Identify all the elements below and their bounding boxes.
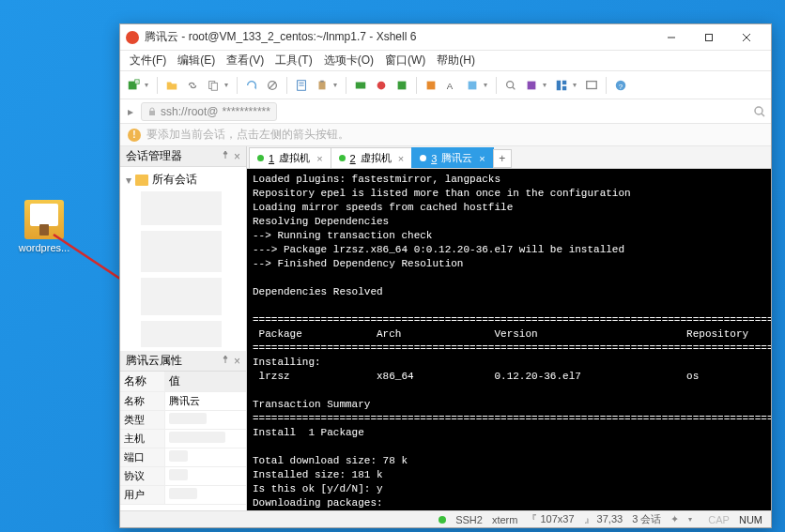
panel-close-icon[interactable]: × [234, 355, 240, 368]
tab-num: 3 [431, 153, 437, 164]
svg-text:+: + [136, 79, 139, 84]
transfer-icon[interactable] [351, 76, 370, 95]
minimize-button[interactable] [653, 26, 690, 49]
hint-bar: ! 要添加当前会话，点击左侧的箭头按钮。 [120, 124, 771, 146]
terminal[interactable]: Loaded plugins: fastestmirror, langpacks… [247, 169, 771, 510]
paste-icon[interactable] [313, 76, 331, 95]
highlight-icon[interactable] [422, 76, 440, 95]
session-panel-title: 会话管理器 [126, 148, 182, 164]
font-icon[interactable]: A [442, 76, 461, 95]
search-icon[interactable] [752, 104, 767, 119]
tab-close-icon[interactable]: × [316, 153, 322, 164]
app-icon [126, 31, 139, 44]
menu-file[interactable]: 文件(F) [124, 51, 172, 70]
status-term: xterm [492, 514, 518, 525]
status-caps: CAPNUM [705, 514, 765, 525]
tab-vm2[interactable]: 2 虚拟机× [331, 147, 413, 168]
reconnect-icon[interactable] [242, 76, 261, 95]
col-value: 值 [165, 372, 246, 391]
prop-key: 端口 [120, 448, 165, 466]
color-icon[interactable] [463, 76, 482, 95]
status-dot-icon [339, 155, 346, 161]
tree-item-redacted[interactable] [141, 191, 222, 225]
svg-line-12 [269, 82, 276, 88]
script-icon[interactable] [522, 76, 541, 95]
hint-text: 要添加当前会话，点击左侧的箭头按钮。 [146, 127, 349, 143]
menu-view[interactable]: 查看(V) [221, 51, 269, 70]
status-size: 107x37 [540, 513, 574, 524]
new-session-icon[interactable]: + [124, 76, 143, 95]
fullscreen-icon[interactable] [582, 76, 601, 95]
pin-icon[interactable] [221, 150, 230, 160]
desktop-icon-wordpress[interactable]: wordpres... [16, 200, 72, 253]
svg-point-24 [507, 81, 514, 87]
dropdown-icon[interactable]: ▾ [224, 81, 232, 89]
svg-rect-16 [319, 81, 326, 89]
tab-close-icon[interactable]: × [398, 153, 404, 164]
svg-text:A: A [447, 80, 454, 90]
svg-rect-33 [149, 111, 155, 115]
prop-key: 用户 [120, 486, 165, 504]
menu-tools[interactable]: 工具(T) [269, 51, 317, 70]
dropdown-icon[interactable]: ▾ [333, 81, 341, 89]
properties-panel: 腾讯云属性 × 名称 值 名称腾讯云 类型 主机 端口 协议 用户 [120, 351, 246, 510]
menubar: 文件(F) 编辑(E) 查看(V) 工具(T) 选项卡(O) 窗口(W) 帮助(… [120, 51, 771, 71]
prop-value [165, 430, 246, 448]
dropdown-icon[interactable]: ▾ [573, 81, 580, 89]
back-icon[interactable]: ▸ [124, 105, 137, 118]
pin-icon[interactable] [221, 355, 230, 364]
dropdown-icon[interactable]: ▾ [484, 81, 491, 89]
find-icon[interactable] [501, 76, 520, 95]
menu-edit[interactable]: 编辑(E) [172, 51, 221, 70]
menu-window[interactable]: 窗口(W) [379, 51, 431, 70]
lock-icon [147, 107, 157, 116]
folder-icon [135, 175, 148, 186]
svg-rect-29 [562, 85, 566, 89]
menu-help[interactable]: 帮助(H) [431, 51, 481, 70]
tab-vm1[interactable]: 1 虚拟机× [249, 147, 331, 168]
close-button[interactable] [728, 26, 765, 49]
address-proto: ssh://root@ [161, 105, 219, 118]
status-cursor: 37,33 [597, 513, 623, 524]
session-tree[interactable]: ▾ 所有会话 腾讯云 [120, 167, 246, 351]
panel-close-icon[interactable]: × [234, 150, 240, 163]
address-chip[interactable]: ssh://root@*********** [141, 102, 277, 121]
tab-tencent[interactable]: 3 腾讯云× [411, 147, 494, 168]
properties-icon[interactable] [292, 76, 311, 95]
tree-root[interactable]: ▾ 所有会话 [124, 171, 242, 189]
svg-rect-17 [320, 80, 324, 82]
tree-item-redacted[interactable] [141, 278, 222, 315]
status-bar: SSH2 xterm 『 107x37 』 37,33 3 会话 ✦▾ CAPN… [120, 510, 771, 527]
svg-point-19 [377, 81, 386, 89]
prop-key: 主机 [120, 430, 165, 448]
archive-icon [24, 200, 64, 239]
dropdown-icon[interactable]: ▾ [543, 81, 550, 89]
svg-rect-23 [469, 81, 477, 89]
menu-tabs[interactable]: 选项卡(O) [318, 51, 379, 70]
prop-value: 腾讯云 [165, 392, 246, 410]
tab-add-button[interactable]: + [493, 149, 512, 168]
titlebar[interactable]: 腾讯云 - root@VM_133_2_centos:~/lnmp1.7 - X… [120, 24, 771, 51]
disconnect-icon[interactable] [263, 76, 282, 95]
link-icon[interactable] [183, 76, 202, 95]
warning-icon: ! [128, 129, 141, 142]
dropdown-icon[interactable]: ▾ [688, 515, 696, 524]
maximize-button[interactable] [690, 26, 728, 49]
dropdown-icon[interactable]: ▾ [145, 81, 152, 89]
open-icon[interactable] [162, 76, 181, 95]
help-icon[interactable]: ? [611, 76, 630, 95]
play-icon[interactable] [392, 76, 411, 95]
tree-item-redacted[interactable] [141, 321, 222, 347]
tree-item-redacted[interactable] [141, 231, 222, 272]
svg-rect-10 [211, 83, 217, 90]
copy-icon[interactable] [204, 76, 223, 95]
status-dot-icon [257, 155, 264, 161]
tab-close-icon[interactable]: × [479, 153, 485, 164]
prop-value [165, 467, 246, 485]
record-icon[interactable] [372, 76, 391, 95]
address-bar: ▸ ssh://root@*********** [120, 99, 771, 124]
svg-rect-28 [562, 80, 566, 84]
svg-line-35 [762, 114, 764, 116]
layout-icon[interactable] [552, 76, 571, 95]
prop-key: 类型 [120, 411, 165, 429]
